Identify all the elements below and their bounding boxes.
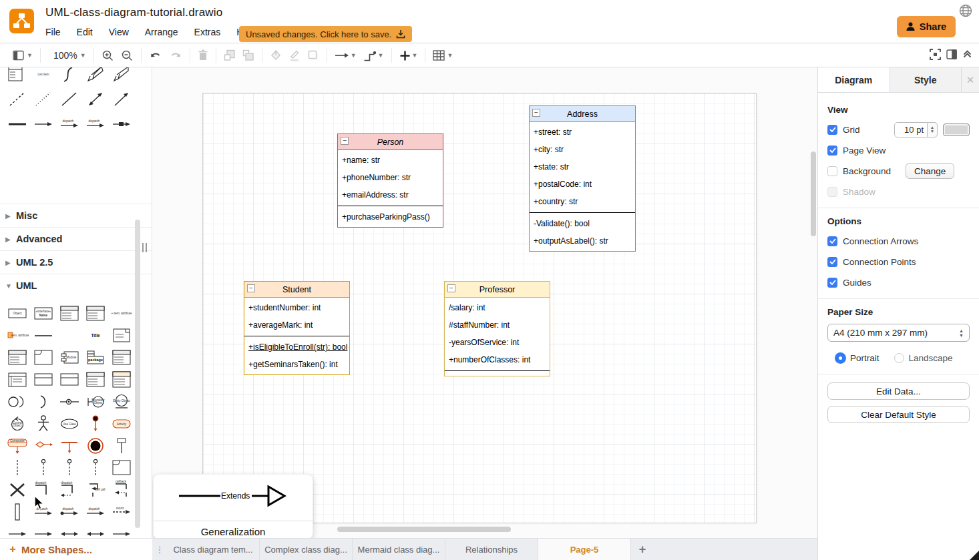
page-tab-4[interactable]: Relationships [445, 539, 538, 560]
class-title[interactable]: −Address [530, 106, 635, 122]
shape-thumb-class-fields[interactable] [56, 302, 82, 324]
background-checkbox[interactable] [827, 166, 837, 176]
shape-thumb-item-hl[interactable]: item: attribute [4, 324, 30, 346]
shape-thumb-arrow-h[interactable] [30, 523, 56, 538]
fullscreen-button[interactable] [930, 49, 941, 63]
shape-thumb-dash-diag[interactable] [4, 88, 30, 110]
shape-thumb-activity-or[interactable]: Activity [108, 412, 134, 435]
menu-extras[interactable]: Extras [194, 27, 221, 37]
tab-diagram[interactable]: Diagram [818, 67, 890, 92]
shape-thumb-arrow-label[interactable]: dispatch [82, 113, 108, 135]
edit-data-button[interactable]: Edit Data... [827, 382, 970, 400]
class-attribute[interactable]: +phoneNumber: str [338, 169, 443, 186]
menu-arrange[interactable]: Arrange [145, 27, 178, 37]
paper-size-select[interactable]: A4 (210 mm x 297 mm) ▲▼ [827, 324, 970, 342]
shape-thumb-diag[interactable] [56, 88, 82, 110]
shape-thumb-circle-pair[interactable] [4, 390, 30, 412]
grid-size-stepper[interactable]: ▲▼ [928, 122, 938, 137]
shape-thumb-thick-h[interactable] [4, 113, 30, 135]
class-method[interactable]: +isEligibleToEnroll(str): bool [244, 338, 349, 356]
class-attribute[interactable]: +postalCode: int [530, 176, 635, 193]
sidebar-scrollbar[interactable] [135, 220, 140, 528]
shape-thumb-package[interactable]: package [82, 346, 108, 368]
shape-thumb-arrow-label[interactable]: dispatch [56, 113, 82, 135]
guides-checkbox[interactable] [827, 278, 837, 288]
uml-class-person[interactable]: −Person+name: str+phoneNumber: str+email… [337, 133, 443, 228]
sidebar-resize-handle[interactable] [142, 243, 147, 252]
class-title[interactable]: −Student [244, 282, 349, 298]
shape-thumb-curve[interactable] [56, 67, 82, 85]
class-attribute[interactable]: +averageMark: int [244, 316, 349, 334]
zoom-out-button[interactable] [118, 46, 137, 65]
zoom-level-dropdown[interactable]: 100% ▼ [45, 46, 89, 65]
grid-size-input[interactable]: 10 pt [894, 122, 928, 137]
change-background-button[interactable]: Change [906, 163, 954, 179]
menu-view[interactable]: View [109, 27, 129, 37]
shape-thumb-actor[interactable] [30, 412, 56, 435]
shape-thumb-label-bold[interactable]: Title [82, 324, 108, 346]
shape-thumb-arrow-label[interactable]: dispatch [82, 501, 108, 523]
to-front-button[interactable] [220, 46, 239, 65]
more-shapes-button[interactable]: + More Shapes... [0, 538, 152, 560]
class-method[interactable]: +purchaseParkingPass() [338, 208, 443, 226]
shape-thumb-holarrow-bent[interactable] [108, 67, 134, 85]
pages-menu-button[interactable]: ⋮ [152, 539, 167, 560]
shape-thumb-arrow-h[interactable] [30, 113, 56, 135]
shape-thumb-label[interactable]: + item: attribute [108, 302, 134, 324]
shape-thumb-deep-red[interactable] [82, 435, 108, 457]
menu-file[interactable]: File [45, 27, 61, 37]
class-attribute[interactable]: +state: str [530, 158, 635, 176]
collapse-toolbar-button[interactable] [962, 49, 972, 62]
section-misc[interactable]: ▶ Misc [0, 204, 152, 227]
shape-thumb-frame-corner[interactable] [108, 457, 134, 479]
grid-color-swatch[interactable] [943, 123, 970, 136]
shape-thumb-class-fields[interactable] [82, 302, 108, 324]
shape-thumb-arrow-both[interactable] [82, 523, 108, 538]
shape-thumb-node-line[interactable] [108, 435, 134, 457]
shape-thumb-module[interactable]: Module [56, 346, 82, 368]
page-tab-3[interactable]: Mermaid class diag... [353, 539, 445, 560]
class-attribute[interactable]: +numberOfClasses: int [445, 351, 550, 368]
shape-thumb-selfcall[interactable]: self call [82, 479, 108, 501]
unsaved-changes-button[interactable]: Unsaved changes. Click here to save. [239, 26, 412, 42]
class-method[interactable]: +outputAsLabel(): str [530, 232, 635, 250]
shape-thumb-arrow-diag-both[interactable] [82, 88, 108, 110]
class-attribute[interactable]: +street: str [530, 123, 635, 141]
waypoint-style-button[interactable]: ▼ [360, 46, 387, 65]
shape-thumb-assembly[interactable] [56, 390, 82, 412]
shape-thumb-class-box[interactable] [56, 368, 82, 390]
shape-thumb-list-box[interactable] [4, 67, 30, 85]
line-color-button[interactable] [285, 46, 304, 65]
diagram-canvas[interactable]: −Person+name: str+phoneNumber: str+email… [152, 67, 817, 538]
class-attribute[interactable]: +emailAddress: str [338, 186, 443, 204]
shape-thumb-label[interactable]: List Item [30, 67, 56, 85]
class-method[interactable]: +getSeminarsTaken(): int [244, 356, 349, 373]
shape-thumb-boundary[interactable]: BoundaryObject [82, 390, 108, 412]
shape-thumb-diamond-or[interactable] [30, 435, 56, 457]
shape-thumb-class-orange[interactable] [108, 368, 134, 390]
collapse-toggle-icon[interactable]: − [447, 284, 455, 292]
section-uml25[interactable]: ▶ UML 2.5 [0, 250, 152, 274]
shape-thumb-interface-box[interactable]: «interface»Name [30, 302, 56, 324]
undo-button[interactable] [146, 46, 166, 65]
shape-thumb-box-arrow[interactable] [108, 113, 134, 135]
section-uml[interactable]: ▼ UML [0, 274, 152, 297]
shape-thumb-elbow2[interactable]: dispatch [56, 479, 82, 501]
shape-thumb-lifeline[interactable] [4, 457, 30, 479]
shape-thumb-lifeline-o[interactable] [56, 457, 82, 479]
uml-class-professor[interactable]: −Professor/salary: int#staffNumber: int-… [444, 281, 550, 376]
shape-thumb-activation[interactable] [4, 501, 30, 523]
shape-thumb-arc[interactable] [30, 390, 56, 412]
shape-thumb-lifeline-o[interactable] [30, 457, 56, 479]
collapse-toggle-icon[interactable]: − [247, 284, 255, 292]
class-attribute[interactable]: -yearsOfService: int [445, 334, 550, 351]
shadow-button[interactable] [304, 46, 323, 65]
page-view-checkbox[interactable] [827, 146, 837, 156]
shape-thumb-lifeline-o[interactable] [82, 457, 108, 479]
page-tab-5-active[interactable]: Page-5 [538, 539, 631, 560]
class-attribute[interactable]: /salary: int [445, 299, 550, 316]
tab-style[interactable]: Style [890, 67, 962, 92]
landscape-radio[interactable] [894, 353, 904, 363]
collapse-toggle-icon[interactable]: − [341, 137, 349, 145]
shape-thumb-arrow-h[interactable] [108, 523, 134, 538]
